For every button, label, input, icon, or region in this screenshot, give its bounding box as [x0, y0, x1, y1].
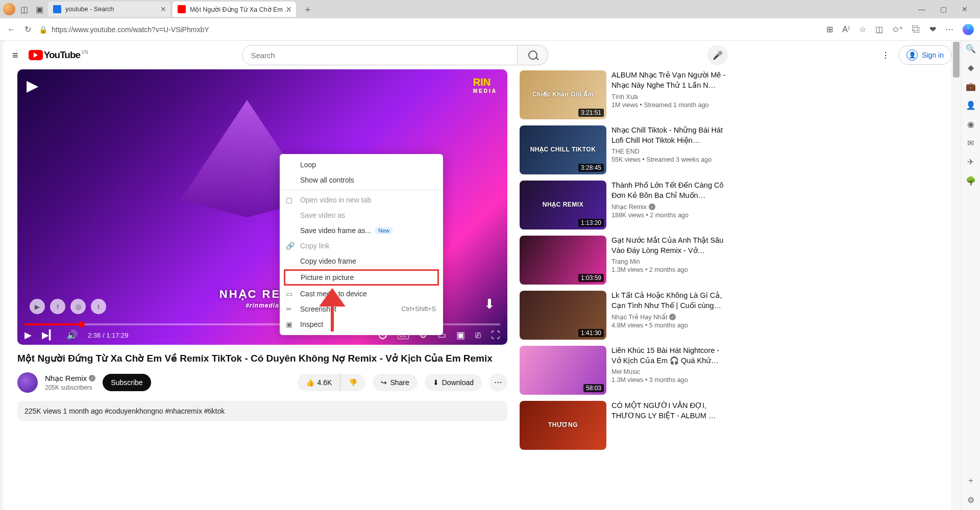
related-item[interactable]: THƯƠNG CÓ MỘT NGƯỜI VẪN ĐỢI, THƯƠNG LY B… — [520, 401, 729, 450]
copilot-icon[interactable] — [963, 24, 974, 35]
reload-button[interactable]: ↻ — [22, 24, 33, 34]
voice-search-button[interactable]: 🎤 — [707, 45, 728, 65]
related-item[interactable]: 1:03:59 Gạt Nước Mắt Của Anh Thật Sâu Và… — [520, 236, 729, 285]
inspect-icon: ▣ — [286, 320, 292, 328]
minimize-button[interactable]: — — [915, 5, 929, 13]
dislike-button[interactable]: 👎 — [340, 374, 365, 391]
fullscreen-button[interactable]: ⛶ — [491, 330, 500, 341]
tab-search[interactable]: youtube - Search ✕ — [48, 2, 170, 17]
theater-button[interactable]: ▣ — [456, 329, 465, 341]
close-icon[interactable]: ✕ — [286, 5, 292, 13]
sidebar-add-icon[interactable]: ＋ — [967, 475, 975, 486]
back-button[interactable]: ← — [6, 25, 16, 34]
person-icon: 👤 — [906, 49, 918, 61]
related-title: Nhạc Chill Tiktok - Những Bài Hát Lofi C… — [611, 125, 729, 145]
cast-icon[interactable]: ⎚ — [475, 330, 481, 341]
hamburger-icon[interactable]: ≡ — [12, 49, 18, 61]
sidebar-shopping-icon[interactable]: 💼 — [966, 82, 976, 91]
menu-show-controls[interactable]: Show all controls — [280, 172, 443, 188]
tw-bubble-icon[interactable]: t — [91, 299, 106, 314]
sidebar-tools-icon[interactable]: ◆ — [968, 63, 974, 72]
sidebar-outlook-icon[interactable]: ✉ — [967, 138, 974, 148]
favorite-icon[interactable]: ☆ — [859, 24, 866, 34]
subscribe-button[interactable]: Subscribe — [103, 374, 151, 391]
time-display: 2:36 / 1:17:29 — [88, 332, 129, 339]
tabs-overview-icon[interactable]: ▣ — [33, 5, 46, 14]
ig-bubble-icon[interactable]: ◎ — [70, 299, 86, 314]
related-stats: 188K views • 2 months ago — [611, 212, 729, 219]
mic-icon: 🎤 — [713, 50, 723, 60]
channel-name[interactable]: Nhạc Remix — [45, 374, 87, 383]
tab-title: Một Người Đứng Từ Xa Chờ Em … — [190, 6, 291, 13]
related-item[interactable]: 58:03 Liên Khúc 15 Bài Hát Nightcore - V… — [520, 346, 729, 395]
sidebar-m365-icon[interactable]: ◉ — [967, 119, 974, 129]
like-button[interactable]: 👍4.6K — [298, 374, 341, 391]
menu-cast[interactable]: ▭Cast media to device — [280, 286, 443, 301]
close-window-button[interactable]: ✕ — [958, 5, 972, 13]
new-tab-button[interactable]: ＋ — [298, 3, 317, 15]
related-item[interactable]: NHẠC REMIX1:13:20 Thành Phố Lớn Tết Đến … — [520, 181, 729, 230]
duration-badge: 58:03 — [583, 384, 604, 392]
related-channel: Tình Xưa — [611, 93, 729, 100]
menu-screenshot[interactable]: ✂ScreenshotCtrl+Shift+S — [280, 301, 443, 317]
download-overlay-icon[interactable]: ⬇ — [484, 296, 495, 312]
collections-icon[interactable]: ⿻ — [912, 25, 920, 34]
download-button[interactable]: ⬇Download — [425, 374, 482, 391]
youtube-icon — [178, 5, 186, 13]
duration-badge: 1:03:59 — [578, 274, 604, 282]
tab-youtube[interactable]: Một Người Đứng Từ Xa Chờ Em … ✕ — [173, 2, 296, 17]
search-button[interactable] — [518, 45, 548, 65]
youtube-logo[interactable]: YouTube VN — [29, 49, 88, 61]
channel-avatar[interactable] — [17, 372, 38, 393]
extensions-icon[interactable]: ⊞ — [826, 24, 833, 34]
menu-inspect[interactable]: ▣Inspect — [280, 317, 443, 332]
related-title: CÓ MỘT NGƯỜI VẪN ĐỢI, THƯƠNG LY BIỆT - A… — [611, 401, 729, 421]
close-icon[interactable]: ✕ — [160, 5, 166, 13]
related-item[interactable]: Chiếc Khăn Gió Ấm3:21:51 ALBUM Nhạc Trẻ … — [520, 70, 729, 119]
sidebar-settings-icon[interactable]: ⚙ — [967, 495, 974, 505]
sidebar-people-icon[interactable]: 👤 — [966, 100, 976, 110]
sidebar-search-icon[interactable]: 🔍 — [966, 44, 976, 54]
performance-icon[interactable]: ❤︎ — [929, 24, 936, 34]
volume-icon[interactable]: 🔊 — [66, 329, 78, 341]
sidebar-send-icon[interactable]: ✈ — [967, 157, 974, 167]
more-actions-button[interactable]: ⋯ — [489, 373, 507, 392]
menu-loop[interactable]: Loop — [280, 157, 443, 172]
menu-copy-frame[interactable]: Copy video frame — [280, 253, 443, 269]
workspaces-icon[interactable]: ◫ — [17, 5, 31, 14]
split-screen-icon[interactable]: ◫ — [875, 24, 883, 34]
description-box[interactable]: 225K views 1 month ago #coduyenkhongno #… — [17, 401, 507, 421]
settings-menu-icon[interactable]: ⋯ — [945, 24, 953, 34]
thumbs-down-icon: 👎 — [349, 378, 357, 387]
favorites-bar-icon[interactable]: ✩⁺ — [892, 24, 903, 34]
menu-save-frame[interactable]: Save video frame as...New — [280, 223, 443, 238]
play-button[interactable]: ▶ — [24, 329, 32, 341]
related-title: Thành Phố Lớn Tết Đến Càng Cô Đơn Kẻ Bôn… — [611, 181, 729, 200]
address-bar[interactable]: 🔒 https://www.youtube.com/watch?v=U-VSiP… — [39, 26, 820, 34]
menu-picture-in-picture[interactable]: Picture in picture — [284, 269, 439, 286]
yt-bubble-icon[interactable]: ▶ — [30, 299, 45, 314]
browser-profile-avatar[interactable] — [3, 3, 15, 15]
settings-icon[interactable]: ⋮ — [881, 50, 890, 60]
next-button[interactable]: ▶▎ — [42, 329, 56, 341]
fb-bubble-icon[interactable]: f — [50, 299, 65, 314]
maximize-button[interactable]: ▢ — [936, 5, 950, 13]
newtab-icon: ▢ — [286, 196, 292, 204]
related-item[interactable]: 1:41:30 Lk Tất Cả Hoặc Không Là Gì Cả, C… — [520, 291, 729, 340]
search-input[interactable] — [242, 45, 518, 65]
share-button[interactable]: ↪Share — [373, 374, 417, 391]
menu-save-video: Save video as — [280, 208, 443, 223]
url-text: https://www.youtube.com/watch?v=U-VSiPhm… — [52, 26, 209, 34]
sidebar-efficiency-icon[interactable]: 🌳 — [966, 176, 976, 186]
verified-icon: ✓ — [89, 375, 95, 381]
social-bubbles: ▶ f ◎ t — [30, 299, 106, 314]
thumbnail: 1:41:30 — [520, 291, 606, 340]
duration-badge: 1:41:30 — [578, 329, 604, 337]
signin-button[interactable]: 👤 Sign in — [899, 45, 951, 65]
read-aloud-icon[interactable]: A⁾ — [842, 24, 850, 34]
related-stats: 1.3M views • 3 months ago — [611, 376, 729, 384]
page-scrollbar[interactable] — [951, 41, 961, 510]
related-item[interactable]: NHẠC CHILL TIKTOK3:28:45 Nhạc Chill Tikt… — [520, 125, 729, 174]
related-channel: Nhạc Trẻ Hay Nhất ✓ — [611, 313, 729, 321]
thumbnail: NHẠC REMIX1:13:20 — [520, 181, 606, 230]
